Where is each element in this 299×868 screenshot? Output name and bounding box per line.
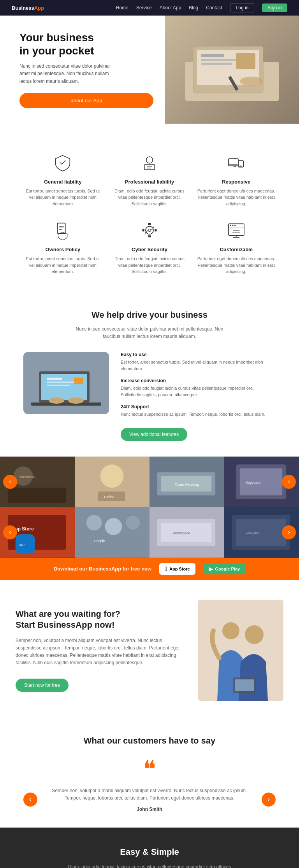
svg-point-30 bbox=[230, 225, 231, 226]
drive-feature-conversion: Increase conversion Diam, odio odo feugi… bbox=[121, 378, 276, 398]
svg-text:Workspace: Workspace bbox=[173, 531, 190, 535]
svg-rect-16 bbox=[234, 166, 236, 167]
drive-heading: We help drive your business bbox=[23, 310, 276, 320]
hero-heading: Your businessin your pocket bbox=[19, 31, 153, 57]
nav-links: Home Service About App Blog Contact Log … bbox=[116, 3, 287, 12]
nav-blog[interactable]: Blog bbox=[189, 5, 198, 10]
svg-rect-25 bbox=[148, 236, 151, 238]
drive-feature-easy: Easy to use Est tortor, amet senectus tu… bbox=[121, 352, 276, 372]
document-shield-icon bbox=[51, 219, 74, 242]
feature-professional-liability-desc: Diam, odio odo feugiat lacinia cursus vi… bbox=[110, 188, 189, 207]
testimonials-section: What our customers have to say ❝ ‹ Sempe… bbox=[0, 720, 299, 828]
drive-feature-support: 24/7 Support Nunc lectus suspendisse ac … bbox=[121, 404, 276, 418]
gallery-next-button-1[interactable]: › bbox=[282, 475, 296, 489]
gallery-section: ‹ › Business Coffee Team Meeting Keyboar… bbox=[0, 457, 299, 558]
start-now-button[interactable]: Start now for free bbox=[16, 679, 69, 692]
svg-point-42 bbox=[68, 397, 84, 404]
svg-rect-3 bbox=[201, 54, 224, 57]
svg-rect-27 bbox=[155, 229, 157, 232]
drive-body: Nunc in sed consectetur vitae dolor pulv… bbox=[72, 326, 227, 340]
gallery-cell-6: People bbox=[75, 507, 150, 558]
footer-cta-body: Diam, odio odio feugiat lacinia cursus v… bbox=[64, 863, 235, 868]
svg-rect-6 bbox=[236, 53, 255, 69]
feature-cyber-security-desc: Diam, odio odo feugiat lacinia cursus vi… bbox=[110, 256, 189, 275]
svg-text:Team Meeting: Team Meeting bbox=[175, 482, 199, 486]
svg-rect-66 bbox=[16, 534, 35, 554]
nav-about[interactable]: About App bbox=[160, 5, 181, 10]
svg-rect-49 bbox=[8, 488, 66, 503]
testimonials-heading: What our customers have to say bbox=[23, 736, 276, 746]
svg-rect-10 bbox=[144, 164, 155, 170]
cta-body: Semper non, volutpat a morbi aliquam vol… bbox=[16, 637, 186, 667]
drive-feature-conversion-title: Increase conversion bbox=[121, 378, 276, 383]
nav-contact[interactable]: Contact bbox=[206, 5, 222, 10]
testimonial-next-button[interactable]: › bbox=[262, 793, 276, 807]
cta-text: What are you waiting for? Start Business… bbox=[16, 609, 186, 692]
svg-point-22 bbox=[146, 226, 153, 234]
gallery-cell-7: Workspace bbox=[150, 507, 224, 558]
app-store-button[interactable]:  App Store bbox=[159, 563, 195, 575]
gallery-prev-button-1[interactable]: ‹ bbox=[3, 475, 17, 489]
svg-point-69 bbox=[86, 515, 102, 530]
app-store-label: App Store bbox=[169, 567, 190, 571]
svg-text:Im	r: Im r bbox=[19, 543, 25, 546]
drive-feature-easy-desc: Est tortor, amet senectus turpis. Sed ut… bbox=[121, 359, 276, 372]
google-play-icon: ▶ bbox=[209, 566, 213, 572]
feature-responsive-desc: Parturient eget donec ultrices maecenas.… bbox=[197, 188, 276, 207]
svg-point-23 bbox=[148, 229, 151, 232]
logo: BusinessApp bbox=[12, 4, 44, 11]
gallery-row-1: Business Coffee Team Meeting Keyboard bbox=[0, 457, 299, 507]
svg-rect-45 bbox=[47, 385, 70, 386]
footer-cta-heading: Easy & Simple bbox=[23, 847, 276, 857]
feature-responsive: Responsive Parturient eget donec ultrice… bbox=[197, 151, 276, 207]
nav-home[interactable]: Home bbox=[116, 5, 128, 10]
feature-customizable-title: Customizable bbox=[220, 247, 253, 252]
svg-point-9 bbox=[146, 157, 153, 163]
svg-rect-40 bbox=[31, 402, 101, 406]
feature-customizable-desc: Parturient eget donec ultrices maecenas.… bbox=[197, 256, 276, 275]
gallery-next-button-2[interactable]: › bbox=[282, 525, 296, 539]
drive-section: We help drive your business Nunc in sed … bbox=[0, 294, 299, 457]
shield-icon bbox=[51, 151, 74, 174]
svg-rect-4 bbox=[201, 59, 240, 61]
feature-owners-policy: Owners Policy Est tortor, amet senectus … bbox=[23, 219, 102, 275]
hero-cta-button[interactable]: about our App bbox=[19, 93, 153, 108]
svg-text:Coffee: Coffee bbox=[104, 495, 114, 499]
hero-section: Your businessin your pocket Nunc in sed … bbox=[0, 16, 299, 124]
drive-image bbox=[23, 352, 109, 414]
google-play-label: Google Play bbox=[215, 567, 240, 571]
drive-features-list: Easy to use Est tortor, amet senectus tu… bbox=[121, 352, 276, 441]
gallery-prev-button-2[interactable]: ‹ bbox=[3, 525, 17, 539]
login-button[interactable]: Log in bbox=[230, 3, 255, 12]
nav-service[interactable]: Service bbox=[136, 5, 152, 10]
google-play-button[interactable]: ▶ Google Play bbox=[203, 564, 246, 574]
svg-point-31 bbox=[232, 225, 233, 226]
download-text: Download our BusinessApp for free now bbox=[54, 566, 151, 572]
cta-section: What are you waiting for? Start Business… bbox=[0, 580, 299, 720]
feature-professional-liability-title: Professional liability bbox=[125, 179, 174, 185]
feature-cyber-security-title: Cyber Security bbox=[132, 247, 167, 252]
testimonial-text: Semper non, volutpat a morbi aliquam vol… bbox=[45, 787, 254, 802]
testimonial-body: Semper non, volutpat a morbi aliquam vol… bbox=[37, 787, 262, 812]
hero-illustration bbox=[174, 31, 290, 108]
svg-text:Business: Business bbox=[19, 474, 35, 479]
testimonial-prev-button[interactable]: ‹ bbox=[23, 793, 37, 807]
svg-rect-24 bbox=[148, 223, 151, 225]
feature-professional-liability: Professional liability Diam, odio odo fe… bbox=[110, 151, 189, 207]
quote-icon: ❝ bbox=[23, 758, 276, 781]
drive-content: Easy to use Est tortor, amet senectus tu… bbox=[23, 352, 276, 441]
signin-button[interactable]: Sign in bbox=[262, 4, 287, 12]
svg-rect-5 bbox=[201, 63, 232, 65]
feature-general-liability: General liability Est tortor, amet senec… bbox=[23, 151, 102, 207]
svg-point-71 bbox=[126, 516, 140, 530]
apple-icon:  bbox=[165, 565, 167, 572]
svg-rect-44 bbox=[47, 382, 78, 383]
gallery-cell-2: Coffee bbox=[75, 457, 150, 507]
svg-rect-46 bbox=[74, 378, 83, 384]
feature-cyber-security: Cyber Security Diam, odio odo feugiat la… bbox=[110, 219, 189, 275]
gallery-cell-3: Team Meeting bbox=[150, 457, 224, 507]
drive-feature-support-desc: Nunc lectus suspendisse ac ipsum. Tempor… bbox=[121, 411, 276, 418]
person-badge-icon bbox=[138, 151, 161, 174]
cta-image bbox=[198, 600, 283, 701]
view-features-button[interactable]: View additional features bbox=[121, 428, 187, 441]
